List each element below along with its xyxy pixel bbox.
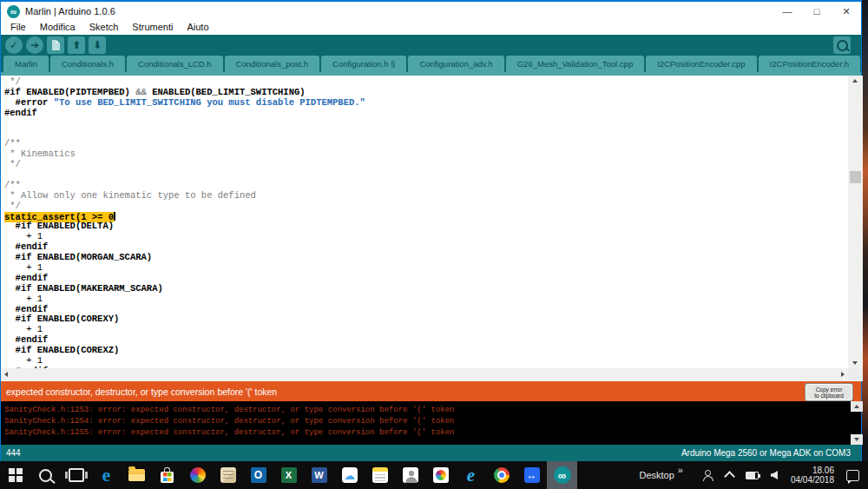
tab-label: Configuration_adv.h [419,59,492,69]
magnifier-icon [837,40,848,51]
code-line: #if ENABLED(MORGAN_SCARA) [4,253,848,263]
code-line: + 1 [4,232,848,242]
scroll-down-icon[interactable] [852,361,858,365]
desktop-toolbar-label[interactable]: Desktop [639,470,674,480]
vertical-scrollbar[interactable] [848,76,863,368]
arduino-taskbar-icon[interactable]: ∞ [547,461,577,489]
word-icon[interactable]: W [304,461,334,489]
document-icon [52,40,60,50]
tab-conditionals-lcd-h[interactable]: Conditionals_LCD.h [127,56,223,72]
tab-label: G26_Mesh_Validation_Tool.cpp [517,59,633,69]
serial-monitor-button[interactable] [833,36,851,54]
code-line: */ [4,160,848,170]
taskbar-clock[interactable]: 18.06 04/04/2018 [791,466,834,485]
clock-date: 04/04/2018 [791,475,834,485]
console-scrollbar[interactable] [851,401,863,445]
notes-map-app-icon[interactable] [213,461,243,489]
icloud-icon[interactable]: ☁ [334,461,365,489]
scroll-right-icon[interactable] [841,372,845,377]
action-center-icon[interactable] [846,470,859,481]
tab-configuration-h-[interactable]: Configuration.h § [321,56,406,72]
tab-marlin[interactable]: Marlin [3,56,49,72]
tab-label: Marlin [15,59,37,69]
volume-icon[interactable] [771,471,778,479]
code-line: /** [4,139,848,149]
menu-item-aiuto[interactable]: Aiuto [180,22,215,32]
save-button[interactable]: ⬇ [89,36,106,54]
menu-item-sketch[interactable]: Sketch [82,22,126,32]
code-line: #endif [4,109,848,119]
error-bar: expected constructor, destructor, or typ… [1,381,861,401]
scroll-up-icon[interactable] [852,79,858,83]
console-scroll-down-icon[interactable] [851,434,863,445]
code-line: + 1 [4,325,848,335]
notes-icon[interactable] [365,461,395,489]
maximize-button[interactable]: □ [802,2,832,21]
teamviewer-icon[interactable]: ↔ [516,461,547,489]
open-button[interactable]: ⬆ [68,36,85,54]
tab-conditionals-post-h[interactable]: Conditionals_post.h [225,56,319,72]
tab-i2cpositionencoder-h[interactable]: I2CPositionEncoder.h [759,56,860,72]
clock-time: 18.06 [791,466,834,475]
new-sketch-button[interactable] [47,36,64,54]
horizontal-scrollbar[interactable] [1,368,848,381]
photos-icon[interactable] [425,461,456,489]
title-bar[interactable]: ∞ Marlin | Arduino 1.0.6 —□✕ [1,0,861,21]
code-line: #if ENABLED(MAKERARM_SCARA) [4,284,848,294]
arrow-down-icon: ⬇ [93,39,102,51]
system-tray: Desktop » 18.06 04/04/2018 [639,461,868,489]
menu-item-file[interactable]: File [3,22,33,32]
code-line: * Allow only one kinematic type to be de… [4,191,848,202]
console-scroll-up-icon[interactable] [851,401,863,412]
close-button[interactable]: ✕ [832,2,861,21]
battery-icon[interactable] [746,472,759,479]
code-editor[interactable]: */#if ENABLED(PIDTEMPBED) && ENABLED(BED… [1,76,848,368]
code-line [4,129,848,139]
code-line: #if ENABLED(COREXY) [4,314,848,325]
code-line: static_assert(1 >= 0 [4,212,848,222]
edge-icon[interactable]: e [91,461,122,489]
window-title: Marlin | Arduino 1.0.6 [25,6,115,17]
tab-i2cpositionencoder-cpp[interactable]: I2CPositionEncoder.cpp [646,56,756,72]
outlook-icon[interactable]: O [243,461,273,489]
internet-explorer-icon[interactable]: e [456,461,486,489]
vertical-scroll-thumb[interactable] [850,171,861,183]
color-wheel-app-icon[interactable] [182,461,213,489]
code-line: */ [4,202,848,212]
chrome-icon[interactable] [486,461,516,489]
arrow-right-icon: ➔ [30,39,39,51]
file-explorer-icon[interactable] [122,461,152,489]
search-button[interactable] [30,461,61,489]
people-icon[interactable] [703,470,713,480]
copy-error-button[interactable]: Copy error to clipboard [806,384,852,400]
menu-item-strumenti[interactable]: Strumenti [125,22,180,32]
excel-icon[interactable]: X [273,461,304,489]
tab-configuration-adv-h[interactable]: Configuration_adv.h [408,56,503,72]
tab-g26-mesh-validation-tool-cpp[interactable]: G26_Mesh_Validation_Tool.cpp [506,56,644,72]
window-controls: —□✕ [773,2,861,21]
error-message: expected constructor, destructor, or typ… [1,387,277,397]
menu-item-modifica[interactable]: Modifica [33,22,82,32]
tab-conditionals-h[interactable]: Conditionals.h [50,56,125,72]
tab-label: Configuration.h § [332,59,395,69]
code-line: + 1 [4,294,848,305]
toolbar: ✓➔⬆⬇ [1,35,861,56]
start-button[interactable] [0,461,30,489]
scroll-left-icon[interactable] [4,372,8,377]
code-line [4,170,848,181]
hidden-icons-chevron-icon[interactable] [724,471,735,482]
tab-label: Conditionals_post.h [236,59,308,69]
tab-bar: MarlinConditionals.hConditionals_LCD.hCo… [1,56,861,76]
contacts-icon[interactable] [395,461,425,489]
code-line: #endif [4,335,848,346]
minimize-button[interactable]: — [773,2,802,21]
windows-taskbar: eOXW☁e↔∞ Desktop » 18.06 04/04/2018 [0,461,868,489]
task-view-button[interactable] [61,461,91,489]
upload-button[interactable]: ➔ [26,36,43,54]
arrow-up-icon: ⬆ [72,39,81,51]
store-icon[interactable] [152,461,182,489]
code-line: #error "To use BED_LIMIT_SWITCHING you m… [4,98,848,109]
build-console[interactable]: SanityCheck.h:1253: error: expected cons… [1,401,861,445]
verify-button[interactable]: ✓ [5,36,23,54]
toolbar-overflow-chevrons[interactable]: » [678,465,683,475]
